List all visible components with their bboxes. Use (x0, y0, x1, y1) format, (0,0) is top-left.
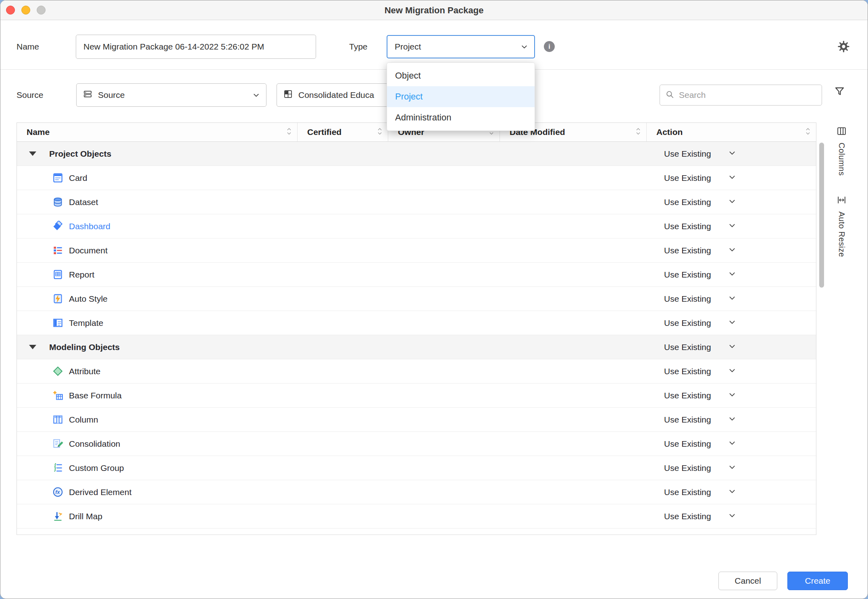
close-window-button[interactable] (6, 6, 15, 15)
project-icon (283, 89, 293, 101)
object-name: Report (69, 270, 94, 280)
svg-text:fx: fx (55, 489, 60, 495)
sort-icon[interactable] (636, 127, 641, 137)
environment-select[interactable]: Source (76, 83, 266, 107)
gear-icon[interactable] (837, 40, 850, 54)
type-option-administration[interactable]: Administration (387, 107, 535, 128)
drill-map-icon (52, 511, 63, 522)
vertical-scrollbar[interactable] (819, 143, 824, 288)
table-row[interactable]: Drill Map Use Existing (17, 504, 816, 529)
action-select[interactable]: Use Existing (647, 270, 816, 280)
table-row[interactable]: Report Use Existing (17, 263, 816, 287)
action-select[interactable]: Use Existing (647, 149, 816, 159)
object-name: Modeling Objects (49, 342, 120, 352)
table-row[interactable]: Column Use Existing (17, 408, 816, 432)
type-select[interactable]: Project (387, 35, 535, 58)
column-header-name[interactable]: Name (17, 123, 298, 141)
template-icon (52, 317, 63, 328)
columns-panel-button[interactable]: Columns (837, 126, 847, 176)
cancel-button[interactable]: Cancel (718, 572, 777, 590)
type-option-project[interactable]: Project (387, 86, 535, 107)
columns-icon (837, 126, 847, 138)
chevron-down-icon (729, 463, 736, 473)
chevron-down-icon (729, 439, 736, 449)
table-row[interactable]: Card Use Existing (17, 166, 816, 190)
collapse-caret-icon[interactable] (29, 345, 36, 349)
object-name-cell: Base Formula (17, 390, 298, 401)
action-select[interactable]: Use Existing (647, 173, 816, 183)
table-row[interactable]: Project Objects Use Existing (17, 142, 816, 166)
object-name-cell: Modeling Objects (17, 342, 298, 352)
object-name: Dataset (69, 197, 98, 207)
table-row[interactable]: Attribute Use Existing (17, 359, 816, 383)
dashboard-icon (52, 221, 63, 232)
object-name: Dashboard (69, 222, 110, 231)
action-select[interactable]: Use Existing (647, 246, 816, 255)
search-input[interactable] (679, 90, 816, 100)
object-name: Document (69, 246, 108, 255)
table-row[interactable]: Auto Style Use Existing (17, 287, 816, 311)
action-select[interactable]: Use Existing (647, 487, 816, 497)
action-value: Use Existing (664, 173, 729, 183)
action-value: Use Existing (664, 391, 729, 400)
sort-icon[interactable] (287, 127, 291, 137)
sort-icon[interactable] (377, 127, 382, 137)
action-value: Use Existing (664, 487, 729, 497)
action-select[interactable]: Use Existing (647, 294, 816, 304)
table-row[interactable]: fx Derived Element Use Existing (17, 480, 816, 504)
filter-icon[interactable] (834, 86, 845, 98)
search-icon (666, 90, 674, 100)
info-icon[interactable] (544, 41, 555, 52)
column-header-action[interactable]: Action (647, 123, 816, 141)
object-name-cell: Project Objects (17, 149, 298, 159)
type-option-object[interactable]: Object (387, 65, 535, 86)
action-select[interactable]: Use Existing (647, 439, 816, 449)
zoom-window-button[interactable] (37, 6, 46, 15)
titlebar: New Migration Package (0, 0, 868, 20)
table-row[interactable]: Document Use Existing (17, 238, 816, 263)
action-select[interactable]: Use Existing (647, 197, 816, 207)
action-select[interactable]: Use Existing (647, 318, 816, 328)
sort-icon[interactable] (806, 127, 810, 137)
columns-panel-label: Columns (837, 143, 846, 176)
derived-element-icon: fx (52, 487, 63, 497)
environment-select-value: Source (98, 90, 125, 100)
action-select[interactable]: Use Existing (647, 367, 816, 376)
action-value: Use Existing (664, 222, 729, 231)
table-row[interactable]: Template Use Existing (17, 311, 816, 335)
action-select[interactable]: Use Existing (647, 342, 816, 352)
action-value: Use Existing (664, 197, 729, 207)
object-name: Custom Group (69, 463, 124, 473)
collapse-caret-icon[interactable] (29, 151, 36, 156)
minimize-window-button[interactable] (21, 6, 30, 15)
table-row[interactable]: Dashboard Use Existing (17, 214, 816, 238)
table-row[interactable]: Consolidation Use Existing (17, 432, 816, 456)
action-select[interactable]: Use Existing (647, 222, 816, 231)
chevron-down-icon (729, 149, 736, 159)
chevron-down-icon (729, 318, 736, 328)
name-input[interactable] (76, 35, 316, 59)
create-button[interactable]: Create (787, 572, 848, 590)
column-header-certified[interactable]: Certified (298, 123, 388, 141)
object-name-cell: Attribute (17, 366, 298, 377)
action-select[interactable]: Use Existing (647, 391, 816, 400)
type-select-value: Project (395, 42, 421, 52)
table-row[interactable]: Dataset Use Existing (17, 190, 816, 214)
action-value: Use Existing (664, 149, 729, 159)
objects-table: Name Certified Owner Date Modified Actio… (17, 122, 816, 535)
object-name: Template (69, 318, 103, 328)
name-label: Name (17, 42, 39, 52)
action-select[interactable]: Use Existing (647, 415, 816, 425)
object-name-cell: fx Derived Element (17, 487, 298, 497)
source-label: Source (17, 90, 44, 100)
action-select[interactable]: Use Existing (647, 463, 816, 473)
table-row[interactable]: Modeling Objects Use Existing (17, 335, 816, 359)
table-row[interactable]: Base Formula Use Existing (17, 383, 816, 408)
dataset-icon (52, 197, 63, 207)
document-icon (52, 245, 63, 256)
action-value: Use Existing (664, 246, 729, 255)
action-select[interactable]: Use Existing (647, 512, 816, 521)
auto-resize-button[interactable]: Auto Resize (837, 195, 847, 257)
object-name-cell: Document (17, 245, 298, 256)
table-row[interactable]: Custom Group Use Existing (17, 456, 816, 480)
